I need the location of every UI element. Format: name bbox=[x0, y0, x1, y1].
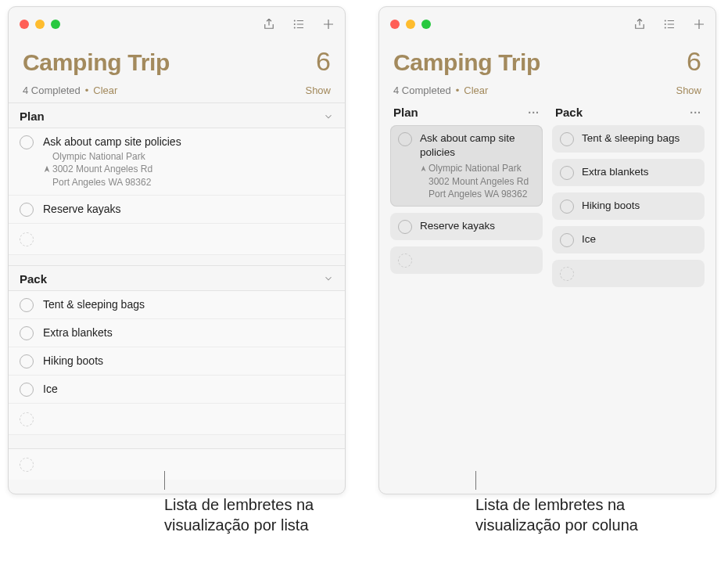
plus-icon bbox=[692, 17, 706, 31]
reminder-complete-toggle[interactable] bbox=[560, 132, 574, 146]
share-button[interactable] bbox=[262, 17, 276, 31]
window-close-button[interactable] bbox=[390, 20, 400, 29]
svg-point-5 bbox=[665, 27, 666, 29]
new-reminder-placeholder[interactable] bbox=[9, 224, 345, 255]
caption-column-view: Lista de lembretes na visualização por c… bbox=[475, 494, 694, 535]
reminder-card[interactable]: Reserve kayaks bbox=[390, 213, 543, 240]
list-bullets-icon bbox=[292, 17, 306, 31]
reminder-title: Hiking boots bbox=[43, 354, 103, 368]
chevron-down-icon bbox=[323, 273, 334, 284]
window-zoom-button[interactable] bbox=[421, 20, 431, 29]
svg-point-0 bbox=[294, 20, 296, 22]
share-icon bbox=[633, 17, 647, 31]
new-reminder-placeholder[interactable] bbox=[9, 449, 345, 480]
completed-count-label: 4 Completed bbox=[23, 84, 81, 96]
window-zoom-button[interactable] bbox=[51, 20, 60, 29]
reminder-complete-toggle[interactable] bbox=[20, 326, 34, 340]
reminder-complete-toggle[interactable] bbox=[560, 166, 574, 180]
clear-completed-button[interactable]: Clear bbox=[93, 84, 117, 96]
reminder-card[interactable]: Tent & sleeping bags bbox=[552, 125, 705, 153]
reminder-complete-toggle[interactable] bbox=[20, 135, 34, 149]
column-title: Pack bbox=[555, 106, 583, 119]
add-reminder-button[interactable] bbox=[321, 17, 335, 31]
empty-circle-icon bbox=[20, 458, 34, 472]
reminder-row[interactable]: Hiking boots bbox=[9, 347, 345, 376]
reminder-title: Reserve kayaks bbox=[420, 219, 535, 233]
show-completed-button[interactable]: Show bbox=[676, 84, 701, 96]
list-title: Camping Trip bbox=[23, 49, 170, 76]
reminder-title: Extra blankets bbox=[582, 165, 697, 179]
reminder-row[interactable]: Extra blankets bbox=[9, 319, 345, 347]
reminder-row[interactable]: Tent & sleeping bags bbox=[9, 291, 345, 319]
reminder-row[interactable]: Ice bbox=[9, 376, 345, 404]
window-titlebar bbox=[379, 7, 715, 41]
reminder-card[interactable]: Extra blankets bbox=[552, 159, 705, 186]
clear-completed-button[interactable]: Clear bbox=[464, 84, 488, 96]
empty-circle-icon bbox=[560, 267, 574, 281]
reminder-complete-toggle[interactable] bbox=[20, 354, 34, 368]
empty-circle-icon bbox=[20, 232, 34, 246]
column-menu-button[interactable]: ··· bbox=[690, 106, 701, 119]
reminder-location: Olympic National Park 3002 Mount Angeles… bbox=[43, 150, 181, 189]
list-count: 6 bbox=[687, 46, 701, 77]
plus-icon bbox=[321, 17, 335, 31]
window-titlebar bbox=[9, 7, 345, 41]
reminder-complete-toggle[interactable] bbox=[20, 383, 34, 397]
svg-point-3 bbox=[665, 20, 666, 22]
section-header-pack[interactable]: Pack bbox=[9, 266, 345, 291]
window-traffic-lights bbox=[20, 20, 60, 29]
list-title: Camping Trip bbox=[393, 49, 540, 76]
reminder-card[interactable]: Ice bbox=[552, 226, 705, 253]
separator-dot: • bbox=[85, 84, 89, 96]
completed-count-label: 4 Completed bbox=[393, 84, 451, 96]
reminder-complete-toggle[interactable] bbox=[560, 233, 574, 247]
column-plan: Plan ··· Ask about camp site policies Ol… bbox=[390, 102, 543, 486]
reminder-title: Tent & sleeping bags bbox=[582, 131, 697, 146]
list-bullets-icon bbox=[662, 17, 676, 31]
caption-list-view: Lista de lembretes na visualização por l… bbox=[164, 494, 368, 535]
reminder-complete-toggle[interactable] bbox=[398, 132, 412, 146]
reminder-complete-toggle[interactable] bbox=[560, 200, 574, 214]
reminder-title: Ice bbox=[43, 382, 58, 396]
new-reminder-placeholder[interactable] bbox=[9, 404, 345, 435]
view-options-button[interactable] bbox=[292, 17, 306, 31]
reminder-complete-toggle[interactable] bbox=[398, 220, 412, 234]
reminder-title: Ice bbox=[582, 232, 697, 246]
location-pin-icon bbox=[43, 164, 51, 176]
svg-point-2 bbox=[294, 27, 296, 29]
reminder-title: Ask about camp site policies bbox=[43, 135, 181, 149]
empty-circle-icon bbox=[398, 253, 412, 268]
reminder-complete-toggle[interactable] bbox=[20, 298, 34, 312]
reminder-title: Hiking boots bbox=[582, 199, 697, 213]
view-options-button[interactable] bbox=[662, 17, 676, 31]
section-header-plan[interactable]: Plan bbox=[9, 103, 345, 128]
reminder-title: Ask about camp site policies bbox=[420, 131, 535, 160]
empty-circle-icon bbox=[20, 412, 34, 426]
location-pin-icon bbox=[420, 163, 427, 175]
chevron-down-icon bbox=[323, 111, 334, 122]
window-close-button[interactable] bbox=[20, 20, 29, 29]
reminder-card[interactable]: Ask about camp site policies Olympic Nat… bbox=[390, 125, 543, 207]
section-title: Plan bbox=[20, 110, 45, 123]
window-minimize-button[interactable] bbox=[406, 20, 415, 29]
column-menu-button[interactable]: ··· bbox=[528, 106, 540, 119]
share-button[interactable] bbox=[633, 17, 647, 31]
reminders-window-column-view: Camping Trip 6 4 Completed • Clear Show … bbox=[378, 6, 716, 494]
svg-point-4 bbox=[665, 23, 666, 25]
reminder-title: Reserve kayaks bbox=[43, 202, 121, 216]
reminder-card[interactable]: Hiking boots bbox=[552, 192, 705, 220]
window-minimize-button[interactable] bbox=[35, 20, 45, 29]
reminder-title: Extra blankets bbox=[43, 325, 113, 340]
share-icon bbox=[262, 17, 276, 31]
reminder-complete-toggle[interactable] bbox=[20, 203, 34, 217]
reminder-row[interactable]: Ask about camp site policies Olympic Nat… bbox=[9, 128, 345, 196]
reminder-title: Tent & sleeping bags bbox=[43, 297, 145, 311]
new-reminder-placeholder[interactable] bbox=[552, 260, 705, 287]
svg-point-1 bbox=[294, 23, 296, 25]
add-reminder-button[interactable] bbox=[692, 17, 706, 31]
reminder-row[interactable]: Reserve kayaks bbox=[9, 196, 345, 224]
new-reminder-placeholder[interactable] bbox=[390, 246, 543, 274]
show-completed-button[interactable]: Show bbox=[305, 84, 331, 96]
separator-dot: • bbox=[456, 84, 460, 96]
column-title: Plan bbox=[393, 106, 418, 119]
